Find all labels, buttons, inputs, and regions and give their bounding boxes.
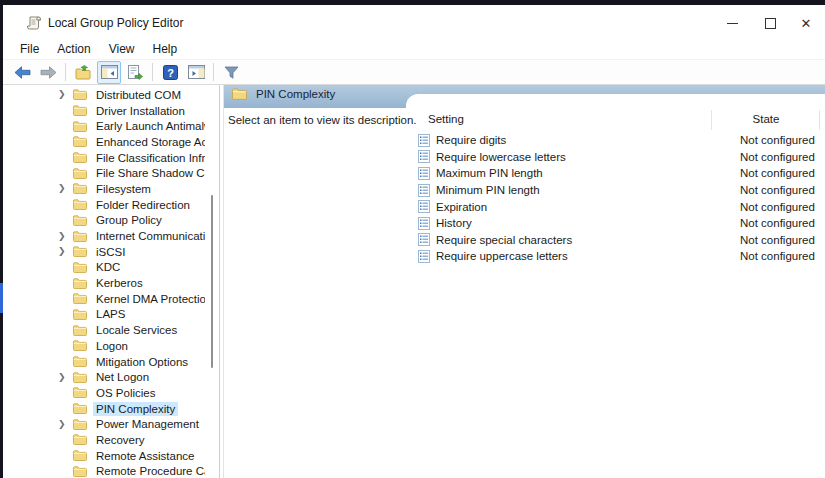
details-header-content: PIN Complexity — [232, 88, 335, 100]
back-arrow-icon — [14, 66, 31, 79]
tree-item[interactable]: ❯ Mitigation Options — [3, 354, 205, 370]
menu-action[interactable]: Action — [48, 40, 99, 59]
folder-icon — [73, 136, 87, 147]
tree-item[interactable]: ❯ Enhanced Storage Access — [3, 134, 205, 150]
chevron-right-icon[interactable]: ❯ — [58, 184, 68, 193]
folder-icon — [73, 168, 87, 179]
setting-row[interactable]: Require lowercase letters Not configured — [416, 149, 817, 166]
tree-scrollbar[interactable] — [211, 195, 213, 368]
folder-icon — [73, 356, 87, 367]
settings-list: Require digits Not configured Require lo… — [416, 132, 817, 265]
tree-item[interactable]: ❯ Power Management — [3, 416, 205, 432]
help-icon: ? — [163, 65, 178, 80]
folder-icon — [73, 262, 87, 273]
tree-item[interactable]: ❯ PIN Complexity — [3, 401, 205, 417]
folder-icon — [232, 88, 247, 100]
list-header: Setting State — [416, 110, 817, 130]
folder-icon — [73, 340, 87, 351]
filter-button[interactable] — [219, 61, 243, 84]
column-divider[interactable] — [819, 110, 820, 130]
export-list-icon — [127, 65, 143, 80]
setting-row[interactable]: History Not configured — [416, 215, 817, 232]
export-list-button[interactable] — [123, 61, 147, 84]
show-console-tree-button[interactable] — [97, 61, 121, 84]
tree-item[interactable]: ❯ LAPS — [3, 307, 205, 323]
folder-icon — [73, 121, 87, 132]
tree-item[interactable]: ❯ Folder Redirection — [3, 197, 205, 213]
tree-item[interactable]: ❯ Driver Installation — [3, 103, 205, 119]
menu-file[interactable]: File — [11, 40, 48, 59]
up-one-level-button[interactable] — [71, 61, 95, 84]
maximize-button[interactable] — [755, 9, 785, 37]
description-hint: Select an item to view its description. — [228, 114, 417, 126]
help-button[interactable]: ? — [158, 61, 182, 84]
policy-setting-icon — [418, 217, 430, 230]
policy-setting-icon — [418, 167, 430, 180]
column-divider[interactable] — [711, 110, 712, 130]
chevron-right-icon[interactable]: ❯ — [58, 420, 68, 429]
action-pane-icon — [188, 65, 205, 79]
menu-help[interactable]: Help — [144, 40, 187, 59]
column-header-state[interactable]: State — [716, 113, 816, 125]
tree-item[interactable]: ❯ Internet Communication Management — [3, 228, 205, 244]
folder-icon — [73, 183, 87, 194]
show-action-pane-button[interactable] — [184, 61, 208, 84]
tree-item[interactable]: ❯ Net Logon — [3, 369, 205, 385]
forward-arrow-icon — [40, 66, 57, 79]
tree-item[interactable]: ❯ Early Launch Antimalware — [3, 118, 205, 134]
tree-item[interactable]: ❯ OS Policies — [3, 385, 205, 401]
policy-setting-icon — [418, 184, 430, 197]
chevron-right-icon[interactable]: ❯ — [58, 247, 68, 256]
tree-item[interactable]: ❯ Kernel DMA Protection — [3, 291, 205, 307]
setting-row[interactable]: Minimum PIN length Not configured — [416, 182, 817, 199]
column-header-setting[interactable]: Setting — [428, 113, 464, 125]
tree-item[interactable]: ❯ Group Policy — [3, 213, 205, 229]
folder-icon — [73, 419, 87, 430]
main-area: ❯ Distributed COM ❯ Driver Installation … — [3, 85, 825, 478]
chevron-right-icon[interactable]: ❯ — [58, 90, 68, 99]
tree-item[interactable]: ❯ KDC — [3, 260, 205, 276]
gpedit-scroll-icon — [26, 15, 42, 31]
details-pane-title: PIN Complexity — [256, 88, 335, 100]
chevron-right-icon[interactable]: ❯ — [58, 373, 68, 382]
window-title: Local Group Policy Editor — [48, 16, 183, 30]
tree-item[interactable]: ❯ Locale Services — [3, 322, 205, 338]
folder-icon — [73, 89, 87, 100]
tree-item[interactable]: ❯ File Classification Infrastructure — [3, 150, 205, 166]
toolbar: ? — [3, 60, 825, 85]
folder-icon — [73, 246, 87, 257]
tree-item[interactable]: ❯ Logon — [3, 338, 205, 354]
back-button[interactable] — [10, 61, 34, 84]
tree-item[interactable]: ❯ Filesystem — [3, 181, 205, 197]
title-bar[interactable]: Local Group Policy Editor ✕ — [3, 5, 825, 40]
folder-up-icon — [75, 65, 92, 80]
folder-icon — [73, 466, 87, 477]
forward-button[interactable] — [36, 61, 60, 84]
menu-bar: File Action View Help — [3, 40, 825, 60]
folder-icon — [73, 231, 87, 242]
setting-row[interactable]: Expiration Not configured — [416, 198, 817, 215]
close-button[interactable]: ✕ — [791, 9, 821, 37]
folder-icon — [73, 434, 87, 445]
menu-view[interactable]: View — [100, 40, 144, 59]
tree-item[interactable]: ❯ iSCSI — [3, 244, 205, 260]
tree-item[interactable]: ❯ Remote Assistance — [3, 448, 205, 464]
tree-item[interactable]: ❯ File Share Shadow Copy Provider — [3, 165, 205, 181]
toolbar-separator — [65, 63, 66, 81]
settings-panel: Setting State Require digits Not configu… — [406, 94, 825, 478]
chevron-right-icon[interactable]: ❯ — [58, 232, 68, 241]
setting-row[interactable]: Require digits Not configured — [416, 132, 817, 149]
tree-item[interactable]: ❯ Remote Procedure Call — [3, 464, 205, 478]
setting-row[interactable]: Maximum PIN length Not configured — [416, 165, 817, 182]
setting-row[interactable]: Require special characters Not configure… — [416, 232, 817, 249]
tree-item[interactable]: ❯ Kerberos — [3, 275, 205, 291]
setting-row[interactable]: Require uppercase letters Not configured — [416, 248, 817, 265]
close-icon: ✕ — [801, 17, 812, 30]
tree-item[interactable]: ❯ Recovery — [3, 432, 205, 448]
tree-item[interactable]: ❯ Distributed COM — [3, 87, 205, 103]
maximize-icon — [765, 18, 776, 29]
folder-icon — [73, 199, 87, 210]
toolbar-separator — [152, 63, 153, 81]
tree: ❯ Distributed COM ❯ Driver Installation … — [3, 87, 205, 478]
minimize-button[interactable] — [717, 9, 747, 37]
